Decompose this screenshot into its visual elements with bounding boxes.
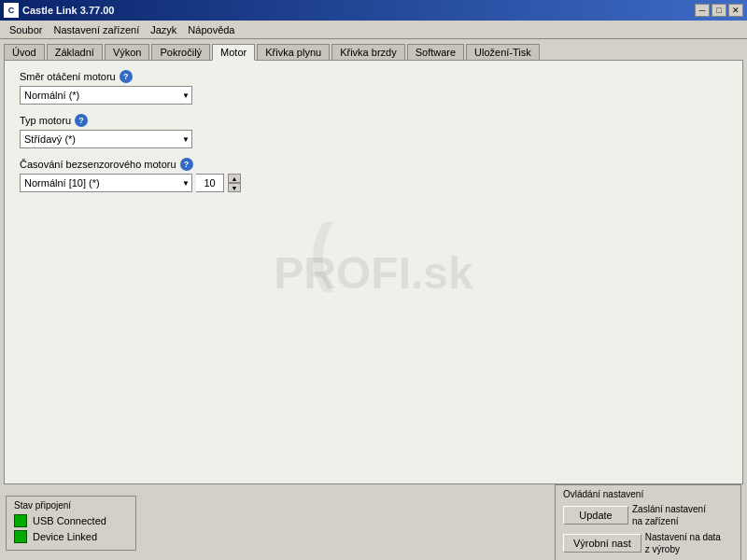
- motor-type-select[interactable]: Střídavý (*) Stejnosměrný: [20, 130, 192, 148]
- motor-type-group: Typ motoru ? Střídavý (*) Stejnosměrný: [20, 114, 727, 148]
- tab-content: ( PROFI.sk Směr otáčení motoru ? Normáln…: [4, 60, 743, 484]
- tab-uvod[interactable]: Úvod: [4, 44, 45, 61]
- sensorless-timing-spinner: ▲ ▼: [228, 174, 241, 192]
- spin-down-button[interactable]: ▼: [228, 183, 241, 192]
- motor-type-select-wrapper: Střídavý (*) Stejnosměrný: [20, 130, 192, 148]
- usb-led: [14, 514, 27, 527]
- maximize-button[interactable]: □: [712, 4, 726, 17]
- spin-up-button[interactable]: ▲: [228, 174, 241, 183]
- connection-status-title: Stav připojení: [14, 500, 128, 511]
- tab-krivka-plynu[interactable]: Křivka plynu: [257, 44, 330, 61]
- window-body: Úvod Základní Výkon Pokročilý Motor Křiv…: [0, 39, 747, 560]
- factory-row: Výrobní nast Nastavení na data z výroby: [563, 531, 721, 555]
- window-controls: ─ □ ✕: [695, 4, 743, 17]
- tab-pokrocily[interactable]: Pokročilý: [151, 44, 210, 61]
- update-button[interactable]: Update: [563, 506, 628, 525]
- motor-type-label: Typ motoru: [20, 115, 71, 126]
- close-button[interactable]: ✕: [728, 4, 743, 17]
- sensorless-timing-group: Časování bezsenzorového motoru ? Normáln…: [20, 158, 727, 192]
- tab-software[interactable]: Software: [407, 44, 464, 61]
- motor-direction-group: Směr otáčení motoru ? Normální (*) Obrác…: [20, 70, 727, 105]
- control-btn-group: Update Zaslání nastavení na zařízení Výr…: [563, 503, 721, 557]
- device-status-row: Device Linked: [14, 530, 128, 543]
- title-bar: C Castle Link 3.77.00 ─ □ ✕: [0, 0, 747, 21]
- motor-direction-help-icon[interactable]: ?: [120, 70, 133, 83]
- update-row: Update Zaslání nastavení na zařízení: [563, 503, 721, 527]
- control-panel-section: Ovládání nastavení Update Zaslání nastav…: [555, 484, 741, 561]
- menu-napoveda[interactable]: Nápověda: [182, 22, 240, 37]
- watermark-letter: (: [309, 208, 334, 294]
- usb-status-row: USB Connected: [14, 514, 128, 527]
- motor-direction-select[interactable]: Normální (*) Obrácený: [20, 86, 192, 105]
- tab-zakladni[interactable]: Základní: [47, 44, 103, 61]
- motor-form: Směr otáčení motoru ? Normální (*) Obrác…: [5, 61, 742, 211]
- sensorless-timing-value[interactable]: [196, 174, 224, 192]
- motor-direction-select-wrapper: Normální (*) Obrácený: [20, 86, 192, 105]
- motor-type-help-icon[interactable]: ?: [75, 114, 88, 127]
- update-description: Zaslání nastavení na zařízení: [632, 503, 706, 527]
- tab-ulozeni-tisk[interactable]: Uložení-Tisk: [466, 44, 540, 61]
- app-icon: C: [4, 3, 19, 18]
- sensorless-timing-label: Časování bezsenzorového motoru: [20, 159, 176, 170]
- minimize-button[interactable]: ─: [695, 4, 710, 17]
- sensorless-timing-help-icon[interactable]: ?: [180, 158, 193, 171]
- menu-jazyk[interactable]: Jazyk: [145, 22, 182, 37]
- connection-status-section: Stav připojení USB Connected Device Link…: [6, 496, 136, 551]
- bottom-bar: Stav připojení USB Connected Device Link…: [0, 485, 747, 560]
- window-title: Castle Link 3.77.00: [22, 5, 114, 16]
- sensorless-timing-select[interactable]: Normální [10] (*) Vysoké [20] Nízké [5]: [20, 174, 192, 192]
- device-status-label: Device Linked: [33, 531, 97, 542]
- menu-bar: Soubor Nastavení zařízení Jazyk Nápověda: [0, 21, 747, 39]
- tab-motor[interactable]: Motor: [212, 44, 255, 61]
- control-buttons-container: Update Zaslání nastavení na zařízení Výr…: [563, 503, 733, 557]
- menu-soubor[interactable]: Soubor: [4, 22, 48, 37]
- tab-krivka-brzdy[interactable]: Křivka brzdy: [331, 44, 405, 61]
- tab-vykon[interactable]: Výkon: [105, 44, 150, 61]
- menu-nastaveni[interactable]: Nastavení zařízení: [48, 22, 145, 37]
- watermark-text: PROFI.sk: [274, 246, 472, 298]
- usb-status-label: USB Connected: [33, 515, 106, 526]
- factory-reset-button[interactable]: Výrobní nast: [563, 534, 641, 553]
- sensorless-timing-select-wrapper: Normální [10] (*) Vysoké [20] Nízké [5]: [20, 174, 192, 192]
- control-panel-title: Ovládání nastavení: [563, 489, 733, 499]
- motor-direction-label: Směr otáčení motoru: [20, 71, 116, 82]
- tab-bar: Úvod Základní Výkon Pokročilý Motor Křiv…: [0, 39, 747, 60]
- device-led: [14, 530, 27, 543]
- factory-reset-description: Nastavení na data z výroby: [645, 531, 721, 555]
